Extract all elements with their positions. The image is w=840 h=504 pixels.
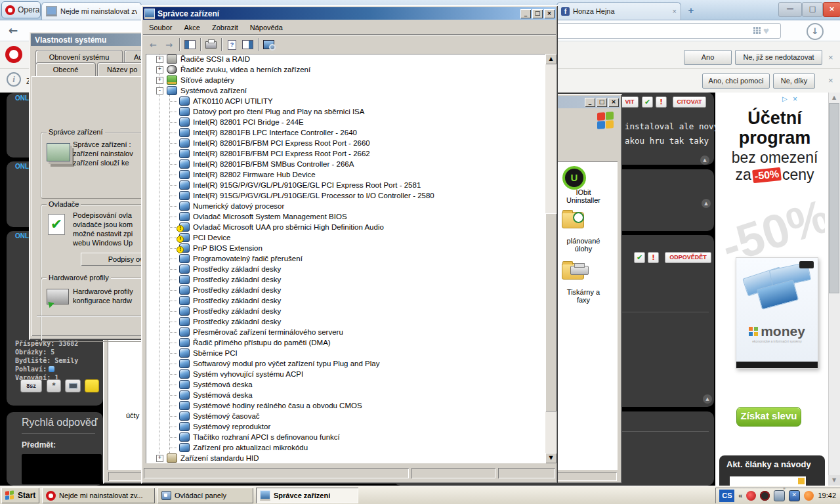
tree-item[interactable]: Ovladač Microsoft System Management BIOS: [146, 211, 545, 222]
tab-facebook[interactable]: f Honza Hejna ×: [556, 2, 681, 20]
new-tab-button[interactable]: +: [684, 5, 698, 16]
tree-item[interactable]: Numerický datový procesor: [146, 201, 545, 211]
reply-button[interactable]: ODPOVĚDĚT: [665, 252, 711, 263]
help-button[interactable]: ?: [224, 37, 240, 52]
iobit-uninstaller-icon[interactable]: U: [562, 166, 586, 190]
notif1-close-icon[interactable]: ×: [828, 52, 833, 62]
tree-item[interactable]: Programovatelný řadič přerušení: [146, 253, 545, 264]
icon-label[interactable]: IObit: [554, 188, 613, 196]
taskbar-item-control-panel[interactable]: Ovládací panely: [158, 488, 253, 503]
tree-item[interactable]: Prostředky základní desky: [146, 274, 545, 285]
status-color-button[interactable]: [85, 379, 99, 392]
tree-item[interactable]: !PnP BIOS Extension: [146, 243, 545, 253]
tab-system-restore[interactable]: Obnovení systému: [35, 50, 123, 64]
subject-input[interactable]: [22, 454, 102, 484]
tree-item[interactable]: !Ovladač Microsoft UAA pro sběrnici High…: [146, 222, 545, 232]
settings-gear-icon[interactable]: *: [47, 379, 61, 392]
minimize-button[interactable]: _: [585, 98, 595, 107]
tree-item[interactable]: Zařízení pro aktualizaci mikrokódu: [146, 442, 545, 453]
tree-item[interactable]: Prostředky základní desky: [146, 295, 545, 306]
scrollbar-up-icon[interactable]: ▲: [828, 93, 840, 103]
menu-action[interactable]: Akce: [178, 21, 205, 34]
expand-toggle[interactable]: +: [156, 455, 163, 462]
tree-item[interactable]: Systém vyhovující systému ACPI: [146, 369, 545, 379]
speed-dial-grid-icon[interactable]: [753, 27, 755, 29]
notif2-close-icon[interactable]: ×: [828, 75, 833, 85]
maximize-button[interactable]: □: [532, 9, 543, 18]
opera-menu-button[interactable]: Opera: [1, 1, 41, 18]
tree-item[interactable]: Datový port pro čtení Plug and Play na s…: [146, 106, 545, 117]
tree-item[interactable]: Intel(R) 915G/P/GV/GL/PL/910GE/GL PCI Ex…: [146, 180, 545, 190]
tree-item[interactable]: +Zařízení standardu HID: [146, 453, 545, 463]
private-message-button[interactable]: 8sz: [20, 379, 42, 392]
control-panel-item-label[interactable]: účty: [126, 411, 139, 419]
tree-item[interactable]: Systémová deska: [146, 390, 545, 400]
start-button[interactable]: Start: [1, 488, 39, 503]
scrollbar-down-icon[interactable]: ▼: [545, 453, 556, 463]
scrollbar-up-icon[interactable]: ▲: [545, 54, 556, 64]
tree-item[interactable]: -Systémová zařízení: [146, 85, 545, 96]
scan-hardware-button[interactable]: [261, 37, 276, 52]
tree-item[interactable]: Intel(R) 82801FB/FBM SMBus Controller - …: [146, 159, 545, 169]
tree-item[interactable]: Systémové hodiny reálného času a obvodu …: [146, 400, 545, 411]
downloads-button[interactable]: ↓: [807, 23, 824, 40]
tree-item[interactable]: Systémová deska: [146, 379, 545, 390]
camera-button[interactable]: [65, 379, 81, 392]
tree-item[interactable]: Intel(R) 82802 Firmware Hub Device: [146, 169, 545, 180]
tab-forum-thread[interactable]: Nejde mi nainstalovat zvu: [41, 2, 142, 20]
bookmark-heart-icon[interactable]: ♥: [763, 25, 769, 36]
tree-item[interactable]: +Síťové adaptéry: [146, 75, 545, 85]
notif2-yes-button[interactable]: Ano, chci pomoci: [702, 74, 770, 89]
tree-item[interactable]: Prostředky základní desky: [146, 316, 545, 327]
edit-button[interactable]: VIT: [621, 96, 639, 108]
tree-item[interactable]: Intel(R) 915G/P/GV/GL/PL/910GE/GL Proces…: [146, 190, 545, 201]
notif1-no-button[interactable]: Ne, již se nedotazovat: [735, 50, 822, 65]
print-button[interactable]: [203, 37, 219, 52]
close-button[interactable]: ×: [608, 98, 619, 107]
language-indicator[interactable]: CS: [719, 490, 734, 502]
tree-item[interactable]: Řadič přímého přístupu do paměti (DMA): [146, 337, 545, 348]
back-button[interactable]: ←: [5, 23, 21, 37]
menu-help[interactable]: Nápověda: [244, 21, 289, 34]
tree-item[interactable]: Prostředky základní desky: [146, 264, 545, 274]
tab-close-icon[interactable]: ×: [673, 7, 677, 15]
scroll-top-icon[interactable]: ▲: [700, 156, 709, 165]
tree-item[interactable]: Intel(R) 82801FB LPC Interface Controlle…: [146, 127, 545, 138]
forward-button[interactable]: →: [161, 37, 177, 52]
show-hide-pane-button[interactable]: [240, 37, 255, 52]
menu-view[interactable]: Zobrazit: [206, 21, 244, 34]
tray-icon-network[interactable]: [774, 490, 785, 501]
tree-item[interactable]: Systémový časovač: [146, 411, 545, 421]
tab-general[interactable]: Obecné: [35, 62, 96, 77]
tree-item[interactable]: ATK0110 ACPI UTILITY: [146, 96, 545, 106]
tray-chevron-icon[interactable]: «: [738, 492, 742, 499]
expand-toggle[interactable]: +: [156, 56, 163, 63]
tree-item[interactable]: +Řadiče SCSI a RAID: [146, 54, 545, 64]
tree-item[interactable]: Intel(R) 82801FB/FBM PCI Express Root Po…: [146, 138, 545, 148]
tray-icon-red[interactable]: [746, 491, 756, 501]
taskbar-item-opera[interactable]: Nejde mi nainstalovat zv...: [42, 488, 155, 503]
tray-icon-tools[interactable]: [789, 490, 800, 501]
ad-banner[interactable]: ▷ × Účetní program bez omezení za -50% c…: [724, 93, 825, 453]
report-button[interactable]: !: [648, 252, 659, 263]
approve-button[interactable]: ✔: [642, 96, 653, 108]
maximize-button[interactable]: □: [597, 98, 607, 107]
tray-clock[interactable]: 19:42: [818, 492, 836, 499]
expand-toggle[interactable]: -: [156, 87, 163, 94]
expand-toggle[interactable]: +: [156, 77, 163, 84]
tray-icon-opera[interactable]: [760, 491, 770, 501]
ad-cta-button[interactable]: Získat slevu: [736, 407, 801, 427]
tree-item[interactable]: Tlačítko rozhraní APCI s definovanou fun…: [146, 432, 545, 442]
icon-label[interactable]: faxy: [554, 296, 613, 304]
icon-label[interactable]: úlohy: [554, 245, 613, 253]
tree-item[interactable]: Prostředky základní desky: [146, 306, 545, 316]
expand-toggle[interactable]: +: [156, 66, 163, 74]
notif2-no-button[interactable]: Ne, díky: [773, 74, 815, 89]
icon-label[interactable]: Tiskárny a: [554, 288, 613, 296]
window-close-button[interactable]: ×: [823, 2, 840, 17]
tree-item[interactable]: Přesměrovač zařízení terminálového serve…: [146, 327, 545, 337]
tree-scrollbar[interactable]: ▲ ▼: [545, 54, 556, 463]
close-button[interactable]: ×: [544, 9, 555, 18]
icon-label[interactable]: plánované: [554, 237, 613, 245]
tree-item[interactable]: Intel(R) 82801 PCI Bridge - 244E: [146, 117, 545, 127]
